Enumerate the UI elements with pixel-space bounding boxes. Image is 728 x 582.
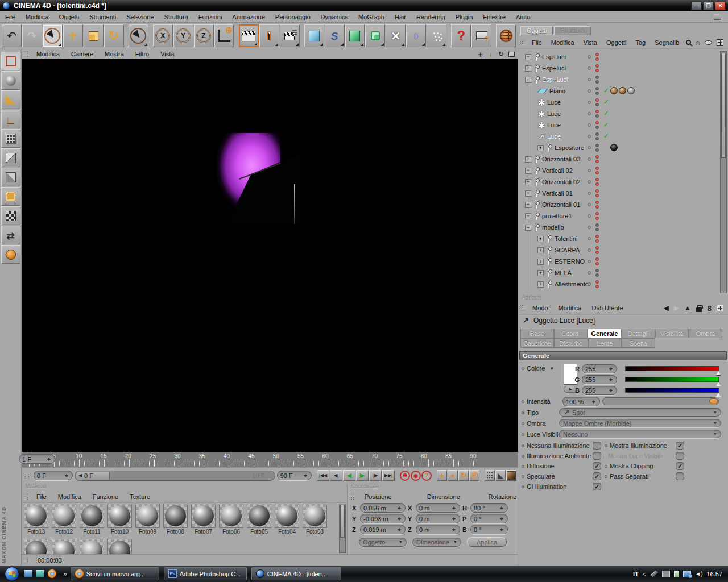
menu-item[interactable]: Struttura xyxy=(159,13,193,22)
editor-visibility-dot[interactable] xyxy=(595,64,599,68)
link-icon[interactable] xyxy=(708,304,712,313)
timeline-ruler[interactable]: 051015202530354045505560657075808590 1 F xyxy=(22,452,518,467)
editor-visibility-dot[interactable] xyxy=(595,201,599,204)
pan-view-icon[interactable] xyxy=(477,51,485,58)
position-x-field[interactable]: 0.056 m xyxy=(360,503,406,513)
material-item[interactable]: Foto07 xyxy=(190,504,217,538)
menu-item[interactable]: Strumenti xyxy=(84,13,121,22)
expand-toggle-icon[interactable] xyxy=(525,65,531,72)
enabled-check-icon[interactable]: ✓ xyxy=(603,132,609,140)
menu-item[interactable]: MoGraph xyxy=(353,13,390,22)
power-icon[interactable] xyxy=(674,571,679,577)
intensity-field[interactable]: 100 % xyxy=(562,397,600,406)
size-y-field[interactable]: 0 m xyxy=(416,514,460,523)
expand-toggle-icon[interactable] xyxy=(525,54,531,60)
material-item[interactable] xyxy=(106,539,133,554)
tree-item[interactable]: proiettore1 xyxy=(518,210,728,222)
search-icon[interactable] xyxy=(686,40,691,45)
render-visibility-dot[interactable] xyxy=(595,228,599,231)
rotate-view-icon[interactable] xyxy=(497,51,505,58)
window-switcher-icon[interactable] xyxy=(36,570,44,577)
material-item[interactable]: Foto08 xyxy=(162,504,189,538)
editor-visibility-dot[interactable] xyxy=(595,53,599,56)
tree-item[interactable]: Allestimento xyxy=(518,278,728,290)
expand-toggle-icon[interactable] xyxy=(537,247,544,253)
tree-item[interactable]: Verticali 02 xyxy=(518,165,728,176)
menu-item[interactable]: Modifica xyxy=(553,304,587,312)
rotation-h-field[interactable]: 80 ° xyxy=(470,503,508,513)
show-illumination-checkbox[interactable] xyxy=(676,442,684,450)
editor-visibility-dot[interactable] xyxy=(595,155,599,159)
panel-grip[interactable] xyxy=(520,39,526,46)
enable-dot[interactable] xyxy=(588,282,591,286)
range-start-grip[interactable]: 0 F xyxy=(76,472,110,480)
menu-item[interactable]: Personaggio xyxy=(270,13,316,22)
stepper-icon[interactable] xyxy=(47,456,52,463)
animation-mode-button[interactable] xyxy=(1,245,20,264)
tab-disturbo[interactable]: Disturbo xyxy=(554,338,588,348)
enabled-check-icon[interactable]: ✓ xyxy=(603,98,609,106)
menu-item[interactable]: Modifica xyxy=(20,13,54,22)
undo-button[interactable] xyxy=(2,24,22,47)
make-editable-button[interactable] xyxy=(1,52,20,70)
tree-item[interactable]: Esp+luci xyxy=(518,51,728,63)
frame-step-field[interactable]: 1 F xyxy=(19,454,55,464)
stepper-icon[interactable] xyxy=(397,516,402,522)
rotate-tool-button[interactable] xyxy=(104,24,124,47)
stepper-icon[interactable] xyxy=(609,365,614,372)
render-visibility-dot[interactable] xyxy=(595,251,599,254)
menu-item[interactable]: Plugin xyxy=(450,13,478,22)
panel-grip[interactable] xyxy=(520,305,526,311)
stepper-icon[interactable] xyxy=(397,526,402,533)
menu-item[interactable]: Segnalib xyxy=(650,39,684,47)
stepper-icon[interactable] xyxy=(303,472,308,479)
intensity-slider[interactable] xyxy=(602,397,719,405)
add-panel-icon[interactable] xyxy=(717,305,723,311)
show-clipping-checkbox[interactable] xyxy=(676,462,684,470)
enable-dot[interactable] xyxy=(588,192,591,195)
points-mode-button[interactable] xyxy=(1,129,20,148)
tree-item[interactable]: Luce✓ xyxy=(518,119,728,131)
model-mode-button[interactable] xyxy=(1,71,20,90)
show-visible-light-checkbox[interactable] xyxy=(676,452,684,460)
render-to-picture-viewer-button[interactable] xyxy=(259,24,279,47)
texture-tag-icon[interactable] xyxy=(619,87,626,94)
play-forwards-button[interactable] xyxy=(356,470,369,481)
light-type-select[interactable]: Spot xyxy=(559,408,721,417)
editor-visibility-dot[interactable] xyxy=(595,212,599,215)
editor-visibility-dot[interactable] xyxy=(595,76,599,79)
rotation-b-field[interactable]: 0 ° xyxy=(470,525,508,534)
keyframe-selection-button[interactable] xyxy=(421,471,432,481)
move-tool-button[interactable] xyxy=(63,24,83,47)
content-browser-button[interactable] xyxy=(471,24,491,47)
enable-dot[interactable] xyxy=(588,157,591,161)
enable-dot[interactable] xyxy=(588,260,591,263)
editor-visibility-dot[interactable] xyxy=(595,269,599,272)
add-environment-button[interactable] xyxy=(406,24,426,47)
panel-grip[interactable] xyxy=(23,493,29,500)
toggle-view-icon[interactable] xyxy=(507,51,515,58)
expand-toggle-icon[interactable] xyxy=(537,145,544,151)
render-visibility-dot[interactable] xyxy=(595,239,599,243)
home-icon[interactable] xyxy=(696,38,700,47)
menu-item[interactable]: Tag xyxy=(631,39,650,47)
taskbar-window-cinema4d[interactable]: CINEMA 4D - [tolen... xyxy=(251,567,341,580)
size-mode-select[interactable]: Dimensione xyxy=(412,538,461,547)
tree-item[interactable]: Orizzontali 01 xyxy=(518,199,728,210)
stepper-icon[interactable] xyxy=(397,505,402,512)
tree-item[interactable]: Luce✓ xyxy=(518,108,728,119)
menu-item[interactable]: Modifica xyxy=(52,493,87,501)
editor-visibility-dot[interactable] xyxy=(595,257,599,261)
edges-mode-button[interactable] xyxy=(1,148,20,167)
render-visibility-dot[interactable] xyxy=(595,285,599,288)
tree-item[interactable]: Orizzontali 03 xyxy=(518,153,728,165)
texture-axis-mode-button[interactable] xyxy=(1,90,20,109)
render-settings-button[interactable] xyxy=(280,24,300,47)
panel-grip[interactable] xyxy=(349,493,355,500)
online-updater-button[interactable] xyxy=(496,24,516,47)
firefox-icon[interactable] xyxy=(48,569,56,578)
tab-scena[interactable]: Scena xyxy=(622,338,655,348)
render-visibility-dot[interactable] xyxy=(595,182,599,186)
render-visibility-dot[interactable] xyxy=(595,69,599,72)
menu-item[interactable]: Filtro xyxy=(130,50,155,58)
